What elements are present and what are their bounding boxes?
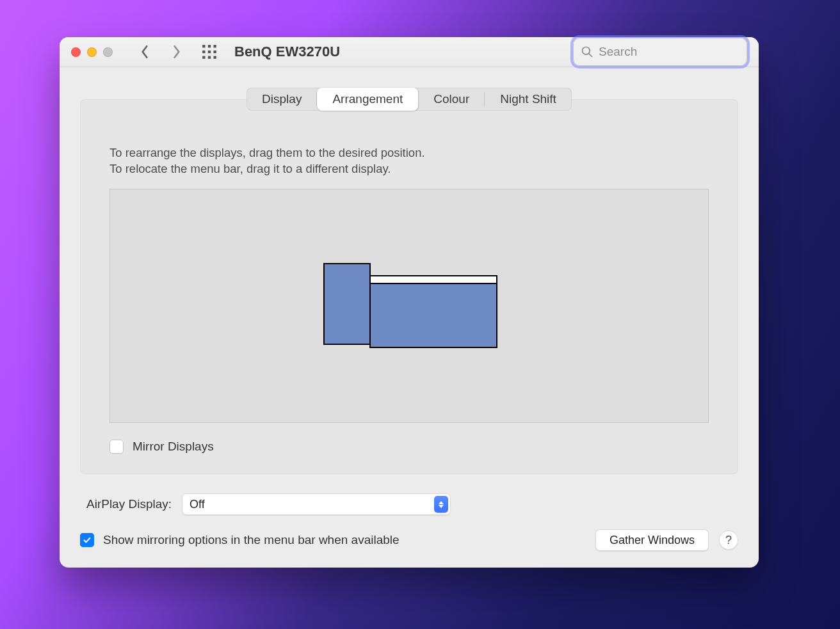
window-controls <box>71 47 113 57</box>
grid-icon <box>201 44 218 60</box>
zoom-window-button[interactable] <box>103 47 113 57</box>
checkmark-icon <box>83 536 92 545</box>
tab-colour[interactable]: Colour <box>418 88 485 111</box>
svg-rect-0 <box>202 45 205 47</box>
instruction-line-1: To rearrange the displays, drag them to … <box>109 145 709 161</box>
forward-button[interactable] <box>165 40 188 63</box>
bottom-row: Show mirroring options in the menu bar w… <box>80 529 738 551</box>
display-secondary[interactable] <box>323 263 371 345</box>
menu-bar-handle[interactable] <box>371 276 496 284</box>
display-primary[interactable] <box>369 275 497 348</box>
show-mirroring-label: Show mirroring options in the menu bar w… <box>103 533 400 547</box>
airplay-row: AirPlay Display: Off <box>80 493 738 515</box>
tab-night-shift[interactable]: Night Shift <box>485 88 572 111</box>
gather-windows-button[interactable]: Gather Windows <box>595 529 709 551</box>
mirror-displays-checkbox[interactable] <box>109 440 124 454</box>
show-all-prefs-button[interactable] <box>201 44 218 60</box>
svg-rect-1 <box>208 45 211 47</box>
svg-rect-7 <box>208 56 211 59</box>
help-button[interactable]: ? <box>719 530 738 550</box>
window-title: BenQ EW3270U <box>234 44 340 60</box>
airplay-label: AirPlay Display: <box>86 497 172 511</box>
mirror-displays-label: Mirror Displays <box>133 440 214 454</box>
svg-rect-5 <box>214 51 216 53</box>
back-button[interactable] <box>133 40 156 63</box>
svg-rect-4 <box>208 51 211 53</box>
toolbar: BenQ EW3270U <box>60 37 759 67</box>
svg-rect-6 <box>202 56 205 59</box>
svg-line-10 <box>589 54 592 57</box>
system-preferences-window: BenQ EW3270U Display Arrangement Colour … <box>60 37 759 568</box>
svg-rect-3 <box>202 51 205 53</box>
show-mirroring-checkbox[interactable] <box>80 533 94 547</box>
tab-bar: Display Arrangement Colour Night Shift <box>246 88 572 111</box>
chevron-right-icon <box>171 45 182 59</box>
airplay-select[interactable]: Off <box>182 493 451 515</box>
airplay-value: Off <box>190 498 205 511</box>
display-arrangement-canvas[interactable] <box>109 189 709 423</box>
tab-arrangement[interactable]: Arrangement <box>317 88 418 111</box>
mirror-displays-row: Mirror Displays <box>109 440 709 454</box>
search-icon <box>581 45 594 58</box>
arrangement-panel: To rearrange the displays, drag them to … <box>80 99 738 474</box>
chevron-left-icon <box>139 45 150 59</box>
search-field[interactable] <box>573 38 747 66</box>
svg-rect-2 <box>214 45 216 47</box>
search-input[interactable] <box>599 45 739 59</box>
minimize-window-button[interactable] <box>87 47 97 57</box>
instruction-line-2: To relocate the menu bar, drag it to a d… <box>109 161 709 177</box>
tab-display[interactable]: Display <box>246 88 317 111</box>
pane-body: Display Arrangement Colour Night Shift T… <box>60 67 759 568</box>
svg-rect-8 <box>214 56 216 59</box>
updown-icon <box>434 496 448 513</box>
close-window-button[interactable] <box>71 47 81 57</box>
